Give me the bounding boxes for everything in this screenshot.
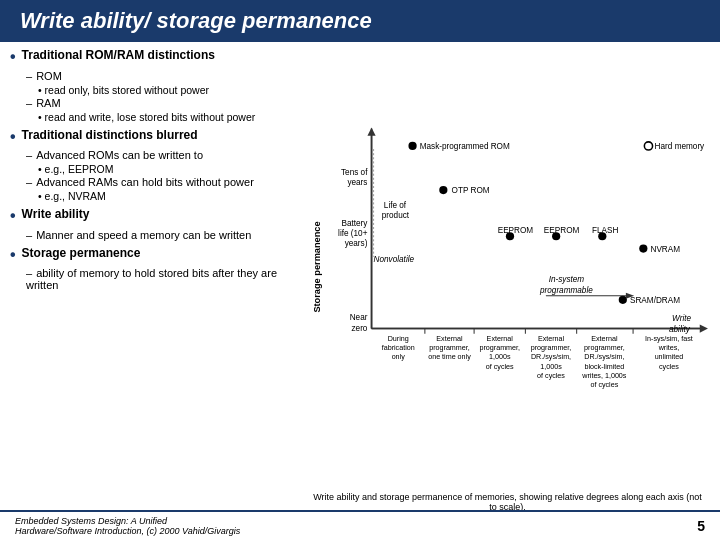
- label-hard-memory: Hard memory: [655, 142, 705, 151]
- bullet-1-text: Traditional ROM/RAM distinctions: [22, 48, 215, 62]
- svg-text:writes, 1,000s: writes, 1,000s: [581, 372, 627, 380]
- point-sram: [619, 296, 627, 304]
- label-otp: OTP ROM: [452, 186, 490, 195]
- sub-sub-eeprom: e.g., EEPROM: [10, 163, 302, 175]
- slide: Write ability/ storage permanence • Trad…: [0, 0, 720, 540]
- title-bar: Write ability/ storage permanence: [0, 0, 720, 42]
- svg-text:1,000s: 1,000s: [489, 353, 511, 361]
- point-hard-memory: [644, 142, 652, 150]
- bullet-list: • Traditional ROM/RAM distinctions –ROM …: [10, 48, 310, 486]
- svg-text:programmer,: programmer,: [531, 344, 572, 352]
- svg-marker-5: [367, 128, 375, 136]
- bullet-dot-3: •: [10, 207, 16, 225]
- sub-item-adv-rom: –Advanced ROMs can be written to: [10, 149, 302, 161]
- bullet-dot-4: •: [10, 246, 16, 264]
- label-sram: SRAM/DRAM: [630, 296, 680, 305]
- label-mask-rom: Mask-programmed ROM: [420, 142, 510, 151]
- y-label-battery: Battery: [341, 219, 368, 228]
- y-label-near-zero: Near: [350, 313, 368, 322]
- y-label-years: years: [347, 178, 367, 187]
- bullet-2: • Traditional distinctions blurred: [10, 128, 302, 146]
- bullet-dot-1: •: [10, 48, 16, 66]
- insystem-label2: programmable: [539, 286, 593, 295]
- svg-text:External: External: [436, 335, 463, 343]
- y-label-life: life (10+: [338, 229, 368, 238]
- bullet-3-text: Write ability: [22, 207, 90, 221]
- sub-sub-nvram: e.g., NVRAM: [10, 190, 302, 202]
- svg-text:DR./sys/sim,: DR./sys/sim,: [531, 353, 571, 361]
- bullet-4: • Storage permanence: [10, 246, 302, 264]
- svg-text:programmer,: programmer,: [429, 344, 470, 352]
- life-of-product-label: Life of: [384, 201, 407, 210]
- point-nvram: [639, 244, 647, 252]
- svg-text:External: External: [487, 335, 514, 343]
- footer: Embedded Systems Design: A Unified Hardw…: [0, 510, 720, 540]
- svg-text:only: only: [392, 353, 406, 361]
- label-eeprom2: EEPROM: [544, 226, 580, 235]
- svg-text:one time only: one time only: [428, 353, 471, 361]
- sub-item-write: –Manner and speed a memory can be writte…: [10, 229, 302, 241]
- sub-item-adv-ram: –Advanced RAMs can hold bits without pow…: [10, 176, 302, 188]
- chart-area: Storage permanence Tens of years Battery…: [310, 48, 710, 486]
- bullet-4-text: Storage permanence: [22, 246, 141, 260]
- svg-text:of cycles: of cycles: [537, 372, 565, 380]
- y-label-life2: years): [345, 239, 368, 248]
- life-of-product-label2: product: [382, 211, 410, 220]
- chart-svg: Storage permanence Tens of years Battery…: [310, 48, 710, 486]
- point-otp: [439, 186, 447, 194]
- y-label-zero: zero: [351, 324, 367, 333]
- chart-caption: Write ability and storage permanence of …: [310, 492, 705, 512]
- svg-text:programmer,: programmer,: [479, 344, 520, 352]
- y-label-tens: Tens of: [341, 168, 368, 177]
- footer-text: Embedded Systems Design: A Unified Hardw…: [15, 516, 240, 536]
- write-ability-label: Write: [672, 314, 692, 323]
- label-flash: FLASH: [592, 226, 618, 235]
- bullet-3: • Write ability: [10, 207, 302, 225]
- svg-text:1,000s: 1,000s: [540, 363, 562, 371]
- svg-text:cycles: cycles: [659, 363, 679, 371]
- write-ability-label2: ability: [669, 325, 691, 334]
- svg-text:fabrication: fabrication: [382, 344, 415, 352]
- svg-text:writes,: writes,: [658, 344, 680, 352]
- page-number: 5: [697, 518, 705, 534]
- insystem-label: In-system: [549, 275, 585, 284]
- label-nvram: NVRAM: [651, 245, 681, 254]
- svg-text:programmer,: programmer,: [584, 344, 625, 352]
- svg-text:unlimited: unlimited: [655, 353, 684, 361]
- y-axis-label: Storage permanence: [312, 221, 322, 312]
- sub-item-ram: –RAM: [10, 97, 302, 109]
- svg-text:of cycles: of cycles: [590, 381, 618, 389]
- bullet-1: • Traditional ROM/RAM distinctions: [10, 48, 302, 66]
- svg-text:External: External: [538, 335, 565, 343]
- sub-sub-ram: read and write, lose stored bits without…: [10, 111, 302, 123]
- bullet-dot-2: •: [10, 128, 16, 146]
- slide-title: Write ability/ storage permanence: [20, 8, 372, 33]
- sub-item-storage: –ability of memory to hold stored bits a…: [10, 267, 302, 291]
- svg-text:block-limited: block-limited: [584, 363, 624, 371]
- content-area: • Traditional ROM/RAM distinctions –ROM …: [0, 42, 720, 492]
- svg-text:of cycles: of cycles: [486, 363, 514, 371]
- svg-marker-3: [700, 324, 708, 332]
- svg-text:During: During: [388, 335, 409, 343]
- label-eeprom1: EEPROM: [498, 226, 534, 235]
- sub-sub-rom: read only, bits stored without power: [10, 84, 302, 96]
- svg-text:External: External: [591, 335, 618, 343]
- svg-text:DR./sys/sim,: DR./sys/sim,: [584, 353, 624, 361]
- nonvolatile-label: Nonvolatile: [374, 255, 415, 264]
- point-mask-rom: [408, 142, 416, 150]
- svg-text:In-sys/sim, fast: In-sys/sim, fast: [645, 335, 693, 343]
- bullet-2-text: Traditional distinctions blurred: [22, 128, 198, 142]
- sub-item-rom: –ROM: [10, 70, 302, 82]
